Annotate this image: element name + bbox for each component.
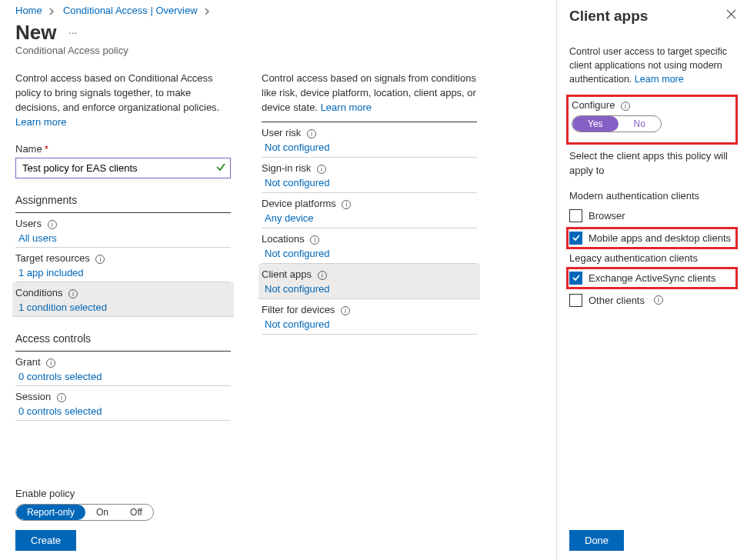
info-icon[interactable]: i (621, 102, 630, 111)
breadcrumb: Home Conditional Access | Overview (15, 5, 523, 16)
toggle-report-only[interactable]: Report-only (16, 505, 85, 520)
info-icon[interactable]: i (341, 306, 350, 315)
page-title: New (15, 21, 56, 45)
name-label: Name (15, 143, 42, 155)
target-link[interactable]: 1 app included (15, 267, 231, 278)
create-button[interactable]: Create (15, 530, 76, 551)
client-apps-panel: Client apps Control user access to targe… (556, 0, 747, 560)
filter-devices-row[interactable]: Filter for devices i Not configured (262, 299, 477, 335)
checkbox-icon[interactable] (569, 209, 582, 222)
enable-policy-toggle[interactable]: Report-only On Off (15, 504, 154, 521)
locations-row[interactable]: Locations i Not configured (262, 228, 477, 264)
info-icon[interactable]: i (48, 220, 57, 229)
modern-auth-header: Modern authentication clients (569, 190, 735, 202)
eas-label: Exchange ActiveSync clients (589, 272, 715, 284)
signin-risk-row[interactable]: Sign-in risk i Not configured (262, 158, 477, 193)
other-clients-checkbox-row[interactable]: Other clients i (569, 292, 735, 308)
target-resources-item[interactable]: Target resources i 1 app included (15, 248, 231, 282)
col1-learn-link[interactable]: Learn more (15, 116, 66, 128)
check-icon (215, 162, 226, 175)
eas-checkbox-row[interactable]: Exchange ActiveSync clients (569, 270, 735, 286)
select-apps-msg: Select the client apps this policy will … (569, 149, 735, 177)
panel-desc: Control user access to target specific c… (569, 45, 735, 86)
toggle-no[interactable]: No (619, 116, 661, 132)
info-icon[interactable]: i (317, 165, 326, 174)
close-icon[interactable] (726, 9, 736, 22)
grant-item[interactable]: Grant i 0 controls selected (15, 352, 231, 386)
session-link[interactable]: 0 controls selected (15, 405, 231, 417)
col1-intro: Control access based on Conditional Acce… (15, 72, 231, 129)
info-icon[interactable]: i (57, 393, 66, 402)
info-icon[interactable]: i (46, 358, 55, 368)
browser-checkbox-row[interactable]: Browser (569, 208, 735, 224)
enable-policy-label: Enable policy (15, 488, 154, 499)
breadcrumb-home[interactable]: Home (15, 5, 42, 16)
panel-learn-link[interactable]: Learn more (635, 74, 684, 85)
done-button[interactable]: Done (569, 530, 624, 551)
session-item[interactable]: Session i 0 controls selected (15, 386, 231, 421)
info-icon[interactable]: i (310, 235, 319, 245)
info-icon[interactable]: i (342, 200, 351, 209)
toggle-on[interactable]: On (85, 505, 119, 520)
name-input[interactable] (15, 158, 231, 178)
toggle-off[interactable]: Off (119, 505, 153, 520)
checkbox-icon[interactable] (569, 294, 582, 307)
page-subtitle: Conditional Access policy (15, 45, 523, 56)
device-platforms-row[interactable]: Device platforms i Any device (262, 193, 477, 228)
mobile-apps-checkbox-row[interactable]: Mobile apps and desktop clients (569, 230, 735, 246)
col2-learn-link[interactable]: Learn more (321, 102, 372, 113)
col2-intro: Control access based on signals from con… (262, 72, 477, 115)
info-icon[interactable]: i (307, 129, 316, 138)
info-icon[interactable]: i (95, 255, 105, 264)
mobile-label: Mobile apps and desktop clients (589, 232, 731, 244)
users-item[interactable]: Users i All users (15, 213, 231, 248)
access-controls-header: Access controls (15, 332, 231, 352)
checkbox-icon[interactable] (569, 272, 582, 285)
info-icon[interactable]: i (654, 295, 663, 305)
conditions-item[interactable]: Conditions i 1 condition selected (12, 282, 234, 317)
conditions-link[interactable]: 1 condition selected (15, 302, 231, 313)
info-icon[interactable]: i (318, 271, 327, 280)
breadcrumb-ca[interactable]: Conditional Access | Overview (63, 5, 198, 16)
toggle-yes[interactable]: Yes (572, 116, 619, 132)
grant-link[interactable]: 0 controls selected (15, 371, 231, 382)
other-label: Other clients (589, 295, 645, 306)
more-menu[interactable]: ··· (68, 26, 78, 38)
assignments-header: Assignments (15, 194, 231, 213)
configure-toggle[interactable]: Yes No (572, 115, 662, 132)
checkbox-icon[interactable] (569, 232, 582, 245)
client-apps-row[interactable]: Client apps i Not configured (258, 264, 480, 299)
info-icon[interactable]: i (68, 289, 78, 298)
panel-title: Client apps (569, 8, 735, 25)
users-link[interactable]: All users (15, 232, 231, 244)
configure-label: Configure (572, 99, 615, 111)
user-risk-row[interactable]: User risk i Not configured (262, 122, 477, 158)
legacy-auth-header: Legacy authentication clients (569, 252, 735, 264)
browser-label: Browser (589, 210, 625, 222)
